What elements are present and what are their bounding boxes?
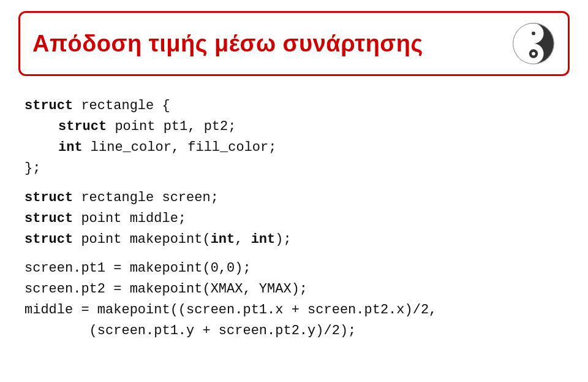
blank-2 <box>24 250 570 258</box>
code-line-2: struct point pt1, pt2; <box>24 117 570 137</box>
keyword-int-1: int <box>58 140 83 155</box>
keyword-struct-4: struct <box>24 211 73 226</box>
code-line-9: screen.pt2 = makepoint(XMAX, YMAX); <box>24 279 570 300</box>
code-line-5: struct rectangle screen; <box>24 188 570 208</box>
code-line-4: }; <box>24 158 570 179</box>
title-box: Απόδοση τιμής μέσω συνάρτησης <box>18 11 570 76</box>
code-line-3: int line_color, fill_color; <box>24 137 570 158</box>
keyword-struct-3: struct <box>24 190 73 205</box>
keyword-struct-2: struct <box>58 119 107 134</box>
code-line-7: struct point makepoint(int, int); <box>24 229 570 250</box>
keyword-int-2: int <box>211 232 235 247</box>
code-line-10: middle = makepoint((screen.pt1.x + scree… <box>24 300 570 321</box>
logo-icon <box>511 21 556 66</box>
slide: Απόδοση τιμής μέσω συνάρτησης struct rec… <box>0 0 588 382</box>
keyword-struct-1: struct <box>24 98 73 113</box>
code-line-11: (screen.pt1.y + screen.pt2.y)/2); <box>24 321 570 342</box>
keyword-int-3: int <box>251 232 276 247</box>
code-block: struct rectangle { struct point pt1, pt2… <box>18 96 570 342</box>
blank-1 <box>24 179 570 187</box>
svg-point-3 <box>532 32 535 36</box>
code-line-8: screen.pt1 = makepoint(0,0); <box>24 258 570 279</box>
slide-title: Απόδοση τιμής μέσω συνάρτησης <box>32 31 423 57</box>
code-line-6: struct point middle; <box>24 208 570 229</box>
code-line-1: struct rectangle { <box>24 96 570 117</box>
svg-point-4 <box>532 52 535 56</box>
keyword-struct-5: struct <box>24 232 73 247</box>
